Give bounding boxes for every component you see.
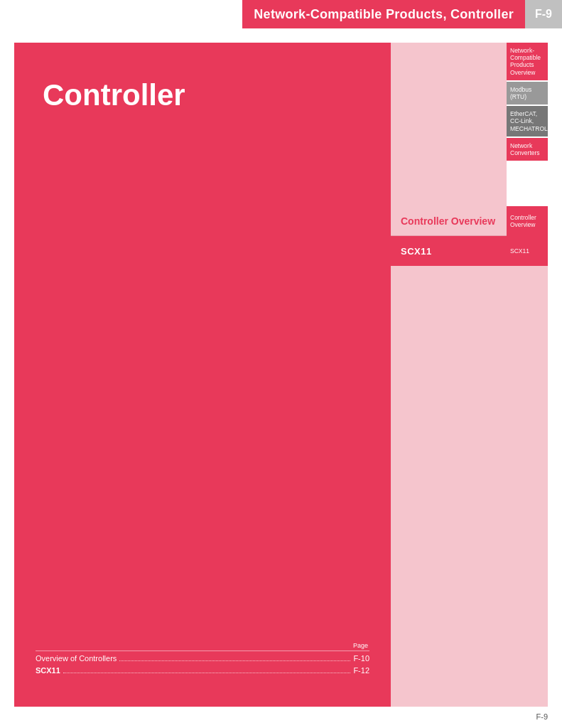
left-panel-title: Controller [43, 78, 185, 112]
sidebar-item-network-compatible[interactable]: Network-Compatible Products Overview [507, 43, 548, 80]
table-of-contents: Page Overview of Controllers F-10 SCX11 … [36, 642, 369, 678]
sidebar-navigation: Network-Compatible Products Overview Mod… [507, 43, 548, 206]
toc-dots-overview [119, 660, 350, 661]
toc-item-overview: Overview of Controllers F-10 [36, 654, 369, 663]
toc-label-scx11: SCX11 [36, 666, 60, 675]
scx11-bar[interactable]: SCX11 [391, 236, 507, 266]
header-page-badge: F-9 [525, 0, 562, 28]
sidebar-item-modbus[interactable]: Modbus (RTU) [507, 82, 548, 105]
top-right-section: Network-Compatible Products Overview Mod… [391, 43, 548, 206]
header-title: Network-Compatible Products, Controller [242, 0, 525, 28]
middle-sidebar: Controller Overview SCX11 [507, 206, 548, 266]
main-layout: Controller Page Overview of Controllers … [14, 43, 548, 707]
left-panel: Controller Page Overview of Controllers … [14, 43, 391, 707]
right-area: Network-Compatible Products Overview Mod… [391, 43, 548, 707]
footer-page: F-9 [536, 712, 549, 721]
controller-overview-text: Controller Overview [401, 215, 495, 227]
toc-dots-scx11 [63, 673, 351, 673]
top-right-pink [391, 43, 507, 206]
toc-page-overview: F-10 [353, 654, 369, 663]
toc-label-overview: Overview of Controllers [36, 654, 117, 663]
bottom-right-pink [391, 266, 548, 707]
header: Network-Compatible Products, Controller … [0, 0, 562, 28]
toc-page-label: Page [36, 642, 369, 651]
middle-sidebar-scx11[interactable]: SCX11 [507, 236, 548, 266]
sidebar-item-ethercat[interactable]: EtherCAT, CC-Link, MECHATROLINK [507, 106, 548, 136]
controller-overview-bar[interactable]: Controller Overview [391, 206, 507, 236]
scx11-text: SCX11 [401, 246, 432, 257]
toc-page-scx11: F-12 [353, 666, 369, 675]
middle-content: Controller Overview SCX11 Controller Ove… [391, 206, 548, 266]
sidebar-item-network-converters[interactable]: Network Converters [507, 138, 548, 161]
middle-left: Controller Overview SCX11 [391, 206, 507, 266]
toc-item-scx11: SCX11 F-12 [36, 666, 369, 675]
middle-sidebar-controller-overview[interactable]: Controller Overview [507, 206, 548, 236]
